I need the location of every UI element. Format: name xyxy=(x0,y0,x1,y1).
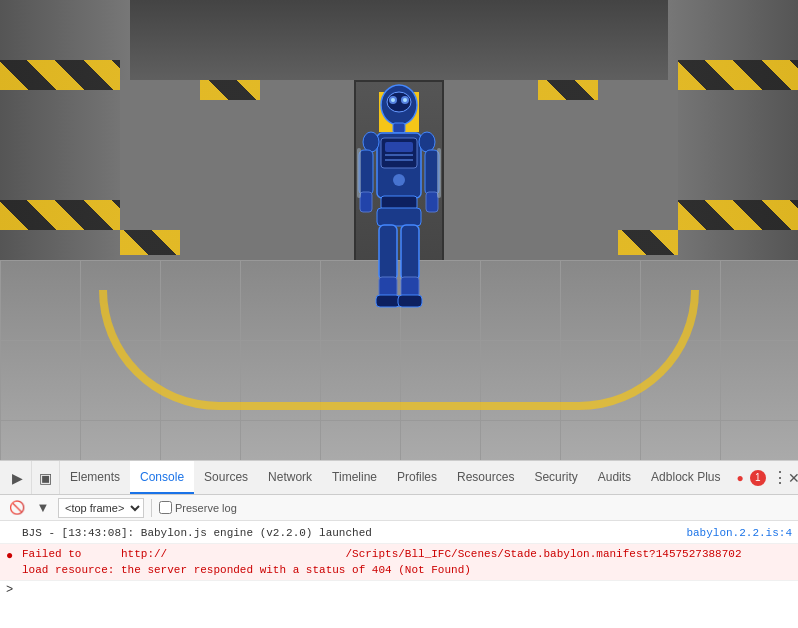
hazard-stripe-left-top xyxy=(0,60,120,90)
svg-rect-24 xyxy=(401,277,419,297)
tab-console[interactable]: Console xyxy=(130,461,194,494)
hazard-stripe-back-left xyxy=(120,230,180,255)
more-tools-button[interactable]: ⋮ xyxy=(772,461,788,494)
console-line-link-1[interactable]: babylon.2.2.is:4 xyxy=(686,525,792,541)
console-prompt-line: > xyxy=(0,581,798,599)
robot xyxy=(349,80,449,340)
error-badge-icon: ● xyxy=(736,471,743,485)
console-output: BJS - [13:43:08]: Babylon.js engine (v2.… xyxy=(0,521,798,628)
console-line-info: BJS - [13:43:08]: Babylon.js engine (v2.… xyxy=(0,523,798,544)
prompt-symbol: > xyxy=(6,583,13,597)
inspect-element-icon[interactable]: ▶ xyxy=(4,461,32,494)
svg-rect-17 xyxy=(425,150,439,195)
console-line-text-2: Failed to http:// /Scripts/Bll_IFC/Scene… xyxy=(22,546,792,578)
hazard-stripe-right-top xyxy=(678,60,798,90)
preserve-log-label[interactable]: Preserve log xyxy=(159,501,237,514)
svg-rect-9 xyxy=(385,142,413,152)
filter-button[interactable]: ▼ xyxy=(32,497,54,519)
console-line-text-1: BJS - [13:43:08]: Babylon.js engine (v2.… xyxy=(22,525,686,541)
svg-rect-16 xyxy=(360,192,372,212)
hazard-stripe-door-right xyxy=(538,80,598,100)
svg-point-4 xyxy=(391,98,395,102)
hazard-stripe-right-mid xyxy=(678,200,798,230)
tab-network[interactable]: Network xyxy=(258,461,322,494)
error-count-badge: 1 xyxy=(750,470,766,486)
hazard-stripe-door-left xyxy=(200,80,260,100)
svg-rect-23 xyxy=(401,225,419,280)
svg-rect-28 xyxy=(437,148,441,198)
devtools-panel: ▶ ▣ Elements Console Sources Network Tim… xyxy=(0,460,798,628)
close-devtools-button[interactable]: ✕ xyxy=(788,461,798,494)
tab-resources[interactable]: Resources xyxy=(447,461,524,494)
svg-rect-27 xyxy=(357,148,361,198)
execution-context-selector[interactable]: <top frame> xyxy=(58,498,144,518)
tab-security[interactable]: Security xyxy=(524,461,587,494)
svg-rect-21 xyxy=(379,225,397,280)
toolbar-separator xyxy=(151,499,152,517)
clear-console-button[interactable]: 🚫 xyxy=(6,497,28,519)
svg-point-5 xyxy=(403,98,407,102)
console-toolbar: 🚫 ▼ <top frame> Preserve log xyxy=(0,495,798,521)
svg-rect-15 xyxy=(359,150,373,195)
tab-profiles[interactable]: Profiles xyxy=(387,461,447,494)
game-viewport: ⚠ xyxy=(0,0,798,460)
svg-rect-20 xyxy=(377,208,421,226)
tab-audits[interactable]: Audits xyxy=(588,461,641,494)
error-icon: ● xyxy=(6,548,20,564)
svg-point-13 xyxy=(363,132,379,152)
svg-point-14 xyxy=(419,132,435,152)
hazard-stripe-back-right xyxy=(618,230,678,255)
device-mode-icon[interactable]: ▣ xyxy=(32,461,60,494)
tab-timeline[interactable]: Timeline xyxy=(322,461,387,494)
console-line-error: ● Failed to http:// /Scripts/Bll_IFC/Sce… xyxy=(0,544,798,581)
console-input[interactable] xyxy=(17,584,792,596)
svg-rect-25 xyxy=(376,295,400,307)
tab-sources[interactable]: Sources xyxy=(194,461,258,494)
tab-adblock[interactable]: Adblock Plus xyxy=(641,461,730,494)
hazard-stripe-left-mid xyxy=(0,200,120,230)
devtools-tabs-bar: ▶ ▣ Elements Console Sources Network Tim… xyxy=(0,461,798,495)
preserve-log-checkbox[interactable] xyxy=(159,501,172,514)
svg-point-12 xyxy=(393,174,405,186)
svg-rect-6 xyxy=(393,123,405,133)
svg-rect-22 xyxy=(379,277,397,297)
svg-rect-26 xyxy=(398,295,422,307)
tab-elements[interactable]: Elements xyxy=(60,461,130,494)
svg-rect-18 xyxy=(426,192,438,212)
